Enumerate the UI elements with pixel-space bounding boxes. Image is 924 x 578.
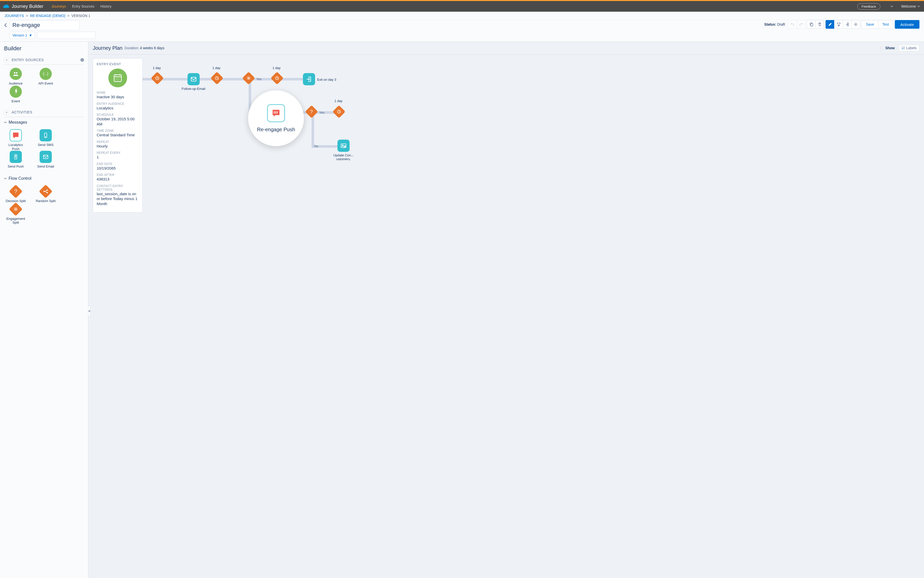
decision-split-icon: ? <box>9 185 23 198</box>
tile-send-sms[interactable]: Send SMS <box>34 129 57 151</box>
nav-journeys[interactable]: Journeys <box>52 4 66 8</box>
duration-label: Duration: <box>125 46 139 50</box>
tile-send-email[interactable]: Send Email <box>34 151 57 169</box>
clock-icon <box>210 72 223 85</box>
show-label: Show <box>885 46 895 50</box>
tile-audience[interactable]: Audience <box>5 68 27 86</box>
node-wait-4[interactable] <box>333 107 345 118</box>
api-event-icon: {...} <box>40 68 52 80</box>
subsection-flow-control[interactable]: Flow Control <box>4 173 84 182</box>
journey-canvas[interactable]: ENTRY EVENT NAMEInactive 30 days ENTRY A… <box>88 54 924 578</box>
chevron-down-icon <box>4 177 6 180</box>
node-decision-split[interactable]: ? <box>306 107 317 118</box>
pencil-icon <box>828 22 832 26</box>
version-select[interactable]: Version 1 ▼ <box>10 32 35 39</box>
entry-card-header: ENTRY EVENT <box>97 62 139 66</box>
localytics-push-icon <box>10 129 22 141</box>
crumb-demo[interactable]: RE-ENGAGE (DEMO) <box>30 14 65 18</box>
copy-button[interactable] <box>807 20 816 29</box>
tile-localytics-push[interactable]: Localytics Push <box>5 129 27 151</box>
entry-event-card[interactable]: ENTRY EVENT NAMEInactive 30 days ENTRY A… <box>93 58 142 213</box>
svg-rect-16 <box>191 77 196 81</box>
svg-point-12 <box>47 190 48 190</box>
node-email[interactable]: Follow-up-Email <box>182 73 205 91</box>
tile-send-push[interactable]: ! Send Push <box>5 151 27 169</box>
feedback-button[interactable]: Feedback <box>857 3 880 10</box>
journey-title-input[interactable] <box>10 20 80 30</box>
node-exit[interactable] <box>303 73 315 85</box>
settings-button[interactable] <box>851 20 860 29</box>
app-title: Journey Builder <box>12 4 44 9</box>
section-entry-sources[interactable]: ENTRY SOURCES i <box>4 55 84 65</box>
undo-button[interactable] <box>788 20 797 29</box>
copy-icon <box>809 22 813 26</box>
node-engagement-split[interactable] <box>243 74 254 85</box>
journey-description-input[interactable] <box>37 32 95 39</box>
email-icon <box>188 73 200 85</box>
wait-caption: 1 day <box>212 66 220 70</box>
wait-caption: 1 day <box>272 66 281 70</box>
redo-button[interactable] <box>797 20 805 29</box>
connector <box>142 78 315 80</box>
tile-decision-split[interactable]: ? Decision Split <box>5 185 27 203</box>
labels-toggle[interactable]: ✔ Labels <box>899 45 919 51</box>
plan-title: Journey Plan <box>93 45 123 51</box>
topbar-nav: Journeys Entry Sources History <box>52 4 112 8</box>
node-wait-1[interactable] <box>152 74 163 85</box>
canvas-area: ◀ Journey Plan Duration: 4 weeks 6 days … <box>88 42 924 578</box>
edit-mode-button[interactable] <box>825 20 834 29</box>
wait-caption: 1 day <box>153 66 161 70</box>
gear-icon <box>854 22 858 26</box>
svg-rect-14 <box>114 75 121 81</box>
mode-group <box>825 20 860 29</box>
svg-point-13 <box>47 192 48 193</box>
trophy-icon <box>837 22 841 26</box>
sms-icon <box>40 129 52 141</box>
trash-icon <box>818 22 822 26</box>
crumb-version: VERSION 1 <box>71 14 90 18</box>
builder-sidebar: Builder ENTRY SOURCES i Audience {...} A… <box>0 42 88 578</box>
node-update-contact[interactable]: Update Con... ustomers. <box>332 140 355 161</box>
welcome-menu[interactable]: Welcome <box>900 4 921 8</box>
info-icon[interactable]: i <box>81 58 84 62</box>
chevron-down-icon <box>890 5 893 8</box>
delete-button[interactable] <box>816 20 824 29</box>
account-menu[interactable] <box>887 5 894 8</box>
edge-label-no: No <box>314 144 319 148</box>
edge-label-yes: Yes <box>319 111 325 114</box>
crumb-journeys[interactable]: JOURNEYS <box>5 14 24 18</box>
section-activities[interactable]: ACTIVITIES <box>4 108 84 117</box>
activate-button[interactable]: Activate <box>895 20 919 29</box>
caret-down-icon: ▼ <box>29 33 32 37</box>
email-icon <box>40 151 52 163</box>
nav-entry-sources[interactable]: Entry Sources <box>72 4 94 8</box>
update-contact-icon <box>337 140 350 152</box>
node-wait-3[interactable] <box>272 74 283 85</box>
tile-api-event[interactable]: {...} API Event <box>34 68 57 86</box>
tile-event[interactable]: Event <box>5 86 27 103</box>
node-highlight-bubble[interactable]: Re-engage Push <box>248 90 304 146</box>
svg-point-7 <box>45 137 46 137</box>
duration-value: 4 weeks 6 days <box>140 46 164 50</box>
node-label: Follow-up-Email <box>182 87 205 91</box>
tile-engagement-split[interactable]: Engagement Split <box>5 203 27 225</box>
subsection-messages[interactable]: Messages <box>4 117 84 126</box>
node-wait-2[interactable] <box>211 74 222 85</box>
event-icon <box>10 86 22 98</box>
status-label: Status: <box>764 22 776 26</box>
localytics-push-icon <box>267 104 285 122</box>
chevron-down-icon <box>4 57 9 62</box>
section-title: ENTRY SOURCES <box>12 58 44 62</box>
tile-random-split[interactable]: Random Split <box>34 185 57 203</box>
bubble-label: Re-engage Push <box>257 127 295 133</box>
save-button[interactable]: Save <box>862 20 878 29</box>
entry-source-tiles: Audience {...} API Event Event <box>4 65 84 108</box>
version-select-label: Version 1 <box>13 33 27 37</box>
svg-point-21 <box>342 145 343 146</box>
exit-criteria-button[interactable] <box>843 20 851 29</box>
test-button[interactable]: Test <box>878 20 893 29</box>
exit-label: Exit on day 3 <box>317 78 336 81</box>
back-button[interactable] <box>3 22 9 28</box>
goals-button[interactable] <box>834 20 843 29</box>
nav-history[interactable]: History <box>100 4 112 8</box>
